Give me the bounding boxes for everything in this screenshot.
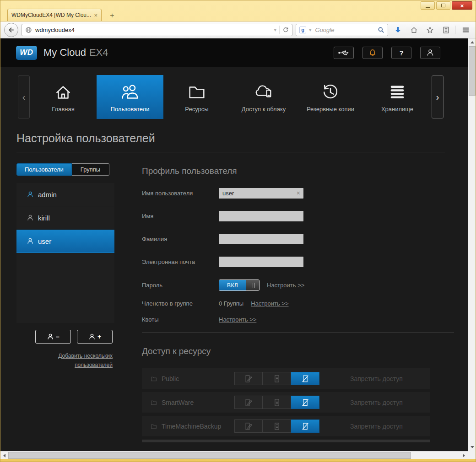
deny-access-button[interactable] — [291, 419, 319, 433]
edit-document-icon — [244, 398, 253, 407]
user-row-admin[interactable]: admin — [16, 183, 114, 206]
nav-item-users[interactable]: Пользователи — [97, 75, 163, 119]
firstname-input[interactable] — [219, 211, 303, 221]
browser-tab[interactable]: WDMyCloudEX4 [WD My Clou... × — [7, 9, 102, 21]
search-icon[interactable] — [378, 27, 384, 33]
arrow-down-icon — [471, 446, 474, 448]
scroll-right-button[interactable] — [460, 451, 468, 459]
form-row-lastname: Фамилия — [142, 234, 454, 244]
deny-access-button[interactable] — [291, 396, 319, 409]
scroll-up-button[interactable] — [468, 38, 476, 46]
scroll-left-button[interactable] — [0, 451, 8, 459]
quota-label: Квоты — [142, 316, 219, 323]
clipboard-icon — [442, 26, 450, 34]
globe-icon[interactable] — [25, 27, 32, 33]
nav-label: Доступ к облаку — [242, 106, 286, 113]
back-button[interactable] — [4, 23, 18, 37]
maximize-icon — [441, 4, 445, 7]
tab-users[interactable]: Пользователи — [16, 163, 72, 176]
browser-toolbar: wdmycloudex4 ▾ g ▾ Google — [0, 21, 476, 38]
quota-configure-link[interactable]: Настроить >> — [219, 316, 256, 323]
nav-item-home[interactable]: Главная — [30, 75, 97, 119]
share-row-public: Public Запретить доступ — [142, 368, 430, 389]
clear-icon[interactable]: × — [297, 189, 300, 197]
user-menu-button[interactable] — [420, 47, 440, 59]
user-actions: – + — [16, 330, 114, 344]
horizontal-scrollbar[interactable] — [0, 451, 468, 459]
close-button[interactable]: × — [452, 1, 472, 10]
nav-scroll-left-button[interactable]: ‹ — [18, 75, 30, 118]
search-engine-icon[interactable]: g — [299, 27, 306, 33]
share-row-smartware: SmartWare Запретить доступ — [142, 392, 430, 413]
read-write-access-button[interactable] — [234, 372, 263, 385]
add-multiple-users-link[interactable]: Добавить нескольких пользователей — [39, 352, 113, 370]
url-bar[interactable]: wdmycloudex4 ▾ — [22, 24, 292, 36]
access-segment — [234, 396, 319, 409]
remove-user-button[interactable]: – — [35, 330, 71, 344]
nav-item-shares[interactable]: Ресурсы — [163, 75, 230, 119]
firstname-label: Имя — [142, 213, 219, 220]
share-name: TimeMachineBackup — [162, 423, 221, 430]
wd-logo: WD — [16, 46, 37, 60]
vertical-scroll-thumb[interactable] — [469, 46, 476, 96]
nav-item-cloud-access[interactable]: Доступ к облаку — [230, 75, 297, 119]
maximize-button[interactable] — [436, 1, 450, 10]
groups-configure-link[interactable]: Настроить >> — [251, 300, 288, 307]
search-bar[interactable]: g ▾ Google — [296, 24, 388, 36]
groups-value: 0 Группы — [219, 300, 243, 307]
new-tab-button[interactable]: + — [105, 11, 119, 20]
password-toggle[interactable]: ВКЛ — [219, 279, 260, 291]
document-icon — [272, 422, 281, 431]
document-slash-icon — [301, 398, 310, 407]
access-status: Запретить доступ — [350, 423, 403, 430]
username-input[interactable] — [219, 188, 303, 199]
read-only-access-button[interactable] — [263, 396, 291, 409]
toggle-on-label: ВКЛ — [219, 280, 246, 290]
alerts-button[interactable] — [362, 47, 383, 59]
tab-close-icon[interactable]: × — [94, 12, 97, 19]
history-icon — [320, 81, 341, 102]
username-input-wrap: × — [219, 188, 303, 199]
bookmarks-list-button[interactable] — [439, 23, 452, 36]
nav-scroll-right-button[interactable]: › — [432, 75, 444, 118]
share-name-wrap: SmartWare — [150, 399, 234, 406]
read-write-access-button[interactable] — [234, 419, 263, 433]
access-segment — [234, 419, 319, 433]
user-row-user[interactable]: user — [16, 230, 114, 253]
search-dropdown-icon[interactable]: ▾ — [306, 27, 314, 33]
read-write-access-button[interactable] — [234, 396, 263, 409]
url-dropdown-icon[interactable]: ▾ — [271, 27, 279, 33]
users-icon — [119, 81, 141, 102]
arrow-up-icon — [471, 41, 474, 43]
edit-document-icon — [244, 422, 253, 431]
lastname-input[interactable] — [219, 234, 303, 244]
add-user-button[interactable]: + — [77, 330, 113, 344]
reload-icon — [282, 27, 289, 33]
document-slash-icon — [301, 374, 310, 383]
nav-item-storage[interactable]: Хранилище — [364, 75, 431, 119]
read-only-access-button[interactable] — [263, 419, 291, 433]
menu-button[interactable] — [459, 23, 472, 36]
nav-label: Ресурсы — [185, 106, 208, 113]
tab-groups[interactable]: Группы — [72, 163, 109, 176]
help-button[interactable]: ? — [391, 47, 411, 59]
bookmark-star-button[interactable] — [423, 23, 436, 36]
home-button[interactable] — [407, 23, 420, 36]
downloads-button[interactable] — [391, 23, 404, 36]
vertical-scrollbar[interactable] — [468, 38, 476, 451]
read-only-access-button[interactable] — [263, 372, 291, 385]
edit-document-icon — [244, 374, 253, 383]
nav-item-backups[interactable]: Резервные копии — [297, 75, 364, 119]
password-configure-link[interactable]: Настроить >> — [267, 282, 304, 289]
scroll-down-button[interactable] — [468, 443, 476, 451]
reload-button[interactable] — [280, 27, 289, 33]
usb-button[interactable] — [334, 47, 354, 59]
minimize-button[interactable] — [421, 1, 435, 10]
document-slash-icon — [301, 422, 310, 431]
user-row-kirill[interactable]: kirill — [16, 206, 114, 230]
horizontal-scroll-thumb[interactable] — [8, 452, 411, 459]
deny-access-button[interactable] — [291, 372, 319, 385]
email-input[interactable] — [219, 257, 303, 267]
document-icon — [272, 374, 281, 383]
page-title: Настройка пользователей — [16, 132, 452, 145]
